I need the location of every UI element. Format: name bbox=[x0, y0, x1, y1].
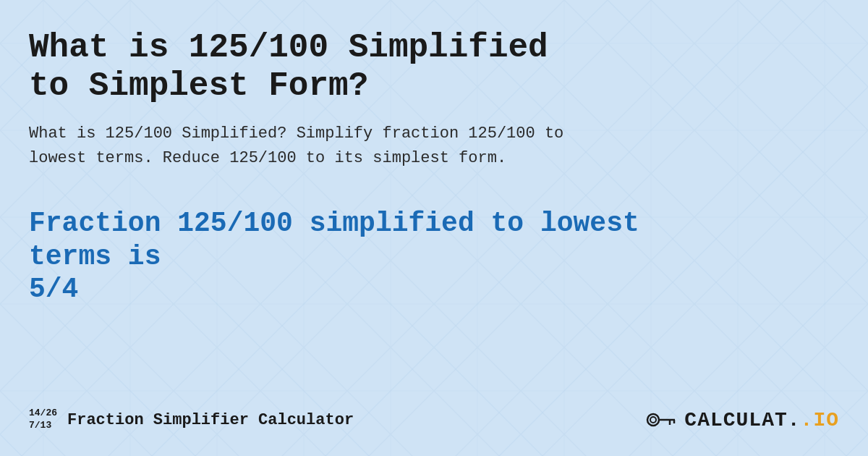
footer: 14/26 7/13 Fraction Simplifier Calculato… bbox=[29, 398, 839, 434]
result-heading: Fraction 125/100 simplified to lowest te… bbox=[29, 207, 680, 306]
svg-point-7 bbox=[647, 414, 659, 426]
result-value: 5/4 bbox=[29, 274, 78, 305]
logo-main: CALCULAT bbox=[684, 409, 787, 431]
logo-suffix: .IO bbox=[801, 409, 839, 431]
page-title: What is 125/100 Simplified to Simplest F… bbox=[29, 29, 593, 106]
logo-icon bbox=[642, 405, 678, 434]
result-line1: Fraction 125/100 simplified to lowest te… bbox=[29, 208, 639, 272]
fraction-bottom: 7/13 bbox=[29, 420, 51, 432]
description-line2: lowest terms. Reduce 125/100 to its simp… bbox=[29, 149, 506, 167]
footer-left: 14/26 7/13 Fraction Simplifier Calculato… bbox=[29, 408, 354, 432]
page-description: What is 125/100 Simplified? Simplify fra… bbox=[29, 122, 579, 171]
logo-text: CALCULAT..IO bbox=[684, 409, 839, 431]
fraction-top: 14/26 bbox=[29, 408, 57, 420]
brand-label: Fraction Simplifier Calculator bbox=[67, 411, 354, 429]
description-line1: What is 125/100 Simplified? Simplify fra… bbox=[29, 124, 563, 143]
svg-point-8 bbox=[650, 417, 656, 423]
footer-right: CALCULAT..IO bbox=[642, 405, 839, 434]
fraction-stack: 14/26 7/13 bbox=[29, 408, 57, 432]
